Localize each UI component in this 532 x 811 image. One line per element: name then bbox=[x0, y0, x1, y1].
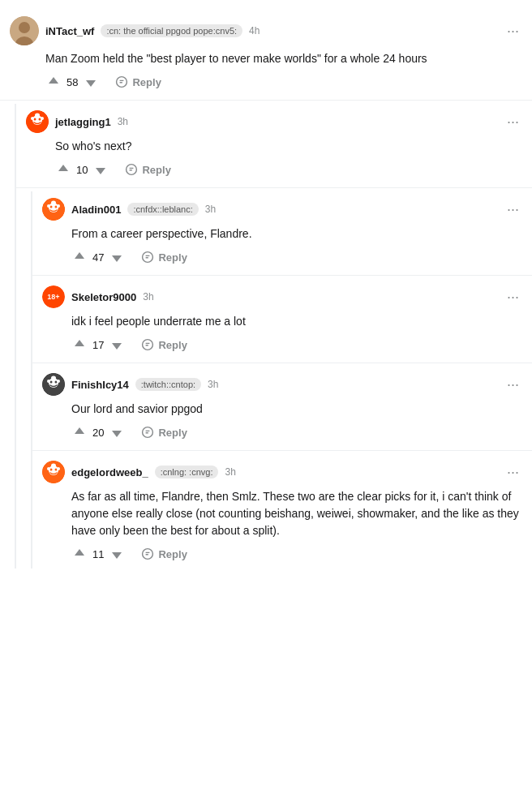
username: Aladin001 bbox=[71, 204, 121, 216]
user-flair: :cnlng: :cnvg: bbox=[155, 466, 219, 478]
user-flair: :cnfdx::leblanc: bbox=[127, 203, 198, 216]
svg-point-15 bbox=[57, 204, 60, 208]
comment-body: Man Zoom held the "best player to never … bbox=[45, 50, 522, 67]
comment-item: iNTact_wf :cn: the official ppgod pope:c… bbox=[0, 10, 532, 97]
upvote-button[interactable] bbox=[45, 74, 62, 90]
downvote-button[interactable] bbox=[92, 161, 109, 178]
reply-indent-1: jetlagging1 3h ··· So who's next? 10 bbox=[15, 104, 532, 569]
downvote-button[interactable] bbox=[109, 249, 125, 265]
timestamp: 3h bbox=[225, 466, 235, 478]
comment-body: idk i feel people underrate me a lot bbox=[71, 313, 522, 330]
divider bbox=[0, 100, 532, 101]
comment-header: FinishIcy14 :twitch::cntop: 3h ··· bbox=[42, 373, 522, 396]
upvote-button[interactable] bbox=[71, 249, 88, 265]
more-options-button[interactable]: ··· bbox=[504, 23, 522, 40]
comment-body: As far as all time, Flandre, then Smlz. … bbox=[71, 488, 522, 539]
avatar bbox=[42, 373, 65, 396]
vote-count: 11 bbox=[92, 548, 104, 560]
comment-item: edgelordweeb_ :cnlng: :cnvg: 3h ··· As f… bbox=[32, 454, 532, 569]
reply-button[interactable]: Reply bbox=[138, 424, 190, 440]
avatar bbox=[42, 198, 65, 221]
vote-group: 47 bbox=[71, 249, 125, 265]
comment-item: Aladin001 :cnfdx::leblanc: 3h ··· From a… bbox=[32, 191, 532, 272]
comment-item: 18+ Skeletor9000 3h ··· idk i feel peopl… bbox=[32, 279, 532, 359]
svg-point-30 bbox=[51, 464, 56, 468]
divider bbox=[16, 187, 532, 188]
upvote-button[interactable] bbox=[71, 546, 88, 562]
vote-group: 11 bbox=[71, 546, 125, 562]
username: edgelordweeb_ bbox=[71, 466, 148, 478]
downvote-button[interactable] bbox=[109, 546, 125, 562]
vote-count: 20 bbox=[92, 427, 104, 439]
comment-item: jetlagging1 3h ··· So who's next? 10 bbox=[16, 104, 532, 184]
vote-group: 20 bbox=[71, 424, 125, 440]
username: iNTact_wf bbox=[45, 25, 94, 37]
upvote-button[interactable] bbox=[71, 337, 88, 353]
avatar bbox=[26, 110, 49, 133]
upvote-button[interactable] bbox=[55, 161, 71, 178]
reply-label: Reply bbox=[158, 339, 187, 351]
svg-point-7 bbox=[31, 117, 34, 120]
svg-point-28 bbox=[47, 467, 50, 470]
avatar bbox=[10, 16, 39, 45]
comment-body: Our lord and savior ppgod bbox=[71, 401, 522, 418]
downvote-button[interactable] bbox=[83, 74, 99, 90]
comment-thread: iNTact_wf :cn: the official ppgod pope:c… bbox=[0, 0, 532, 578]
svg-point-9 bbox=[35, 114, 40, 118]
reply-label: Reply bbox=[158, 548, 187, 560]
comment-header: 18+ Skeletor9000 3h ··· bbox=[42, 285, 522, 308]
more-options-button[interactable]: ··· bbox=[504, 376, 522, 393]
comment-header: jetlagging1 3h ··· bbox=[26, 110, 522, 133]
more-options-button[interactable]: ··· bbox=[504, 114, 522, 131]
more-options-button[interactable]: ··· bbox=[504, 201, 522, 218]
svg-point-29 bbox=[57, 467, 60, 470]
downvote-button[interactable] bbox=[109, 424, 125, 440]
more-options-button[interactable]: ··· bbox=[504, 289, 522, 306]
reply-label: Reply bbox=[132, 76, 161, 88]
user-flair: :twitch::cntop: bbox=[135, 378, 201, 391]
comment-item: FinishIcy14 :twitch::cntop: 3h ··· Our l… bbox=[32, 367, 532, 447]
reply-button[interactable]: Reply bbox=[138, 546, 190, 562]
reply-button[interactable]: Reply bbox=[122, 161, 174, 178]
reply-button[interactable]: Reply bbox=[138, 249, 190, 265]
comment-header: iNTact_wf :cn: the official ppgod pope:c… bbox=[10, 16, 522, 45]
comment-body: So who's next? bbox=[55, 138, 522, 155]
reply-button[interactable]: Reply bbox=[138, 337, 190, 353]
vote-count: 47 bbox=[92, 251, 104, 264]
vote-count: 58 bbox=[66, 76, 78, 88]
svg-point-21 bbox=[47, 380, 50, 383]
timestamp: 3h bbox=[205, 204, 216, 215]
username: FinishIcy14 bbox=[71, 379, 129, 391]
reply-indent-2: Aladin001 :cnfdx::leblanc: 3h ··· From a… bbox=[31, 191, 532, 569]
vote-group: 10 bbox=[55, 161, 109, 178]
downvote-button[interactable] bbox=[109, 337, 125, 353]
timestamp: 3h bbox=[118, 116, 128, 127]
comment-actions: 20 Reply bbox=[71, 424, 522, 440]
divider bbox=[32, 450, 532, 451]
timestamp: 3h bbox=[208, 379, 218, 390]
vote-group: 17 bbox=[71, 337, 125, 353]
svg-point-14 bbox=[47, 204, 50, 208]
comment-body: From a career perspective, Flandre. bbox=[71, 225, 522, 242]
avatar: 18+ bbox=[42, 285, 65, 308]
username: jetlagging1 bbox=[55, 116, 111, 128]
svg-point-23 bbox=[51, 376, 56, 380]
divider bbox=[32, 275, 532, 276]
reply-label: Reply bbox=[142, 164, 170, 176]
timestamp: 4h bbox=[249, 25, 260, 36]
timestamp: 3h bbox=[143, 291, 153, 303]
comment-actions: 11 Reply bbox=[71, 546, 522, 562]
comment-actions: 17 Reply bbox=[71, 337, 522, 353]
comment-actions: 47 Reply bbox=[71, 249, 522, 265]
reply-label: Reply bbox=[158, 251, 187, 264]
upvote-button[interactable] bbox=[71, 424, 88, 440]
reply-button[interactable]: Reply bbox=[112, 74, 164, 90]
more-options-button[interactable]: ··· bbox=[504, 464, 522, 481]
vote-count: 10 bbox=[76, 164, 88, 176]
reply-label: Reply bbox=[158, 427, 187, 439]
comment-actions: 58 Reply bbox=[45, 74, 522, 90]
svg-point-22 bbox=[57, 380, 60, 383]
user-flair: :cn: the official ppgod pope:cnv5: bbox=[101, 24, 242, 37]
vote-count: 17 bbox=[92, 339, 104, 351]
svg-point-1 bbox=[19, 22, 30, 33]
